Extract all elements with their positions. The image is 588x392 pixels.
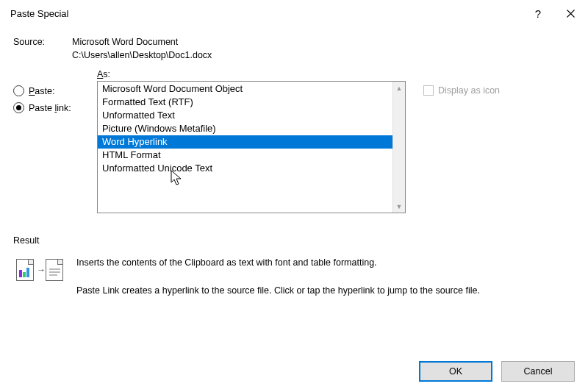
radio-paste[interactable]: Paste: — [13, 85, 87, 96]
close-icon — [567, 10, 575, 18]
list-item[interactable]: Unformatted Text — [98, 109, 392, 122]
list-item[interactable]: Picture (Windows Metafile) — [98, 122, 392, 135]
radio-icon — [13, 85, 24, 96]
ok-button[interactable]: OK — [419, 361, 492, 382]
list-item[interactable]: Formatted Text (RTF) — [98, 96, 392, 109]
scroll-up-icon[interactable]: ▲ — [393, 82, 405, 94]
cancel-button[interactable]: Cancel — [501, 361, 575, 382]
title-bar: Paste Special ? — [0, 0, 588, 26]
source-label: Source: — [13, 37, 72, 47]
format-listbox[interactable]: Microsoft Word Document Object Formatted… — [97, 81, 406, 213]
display-as-icon-checkbox: Display as icon — [423, 85, 500, 96]
radio-paste-link[interactable]: Paste link: — [13, 102, 87, 113]
list-item[interactable]: Unformatted Unicode Text — [98, 162, 392, 175]
checkbox-icon — [423, 85, 434, 96]
source-app: Microsoft Word Document — [72, 37, 178, 47]
dialog-title: Paste Special — [10, 8, 69, 19]
list-item[interactable]: HTML Format — [98, 149, 392, 162]
result-label: Result — [13, 235, 575, 246]
help-button[interactable]: ? — [523, 0, 553, 26]
close-button[interactable] — [553, 0, 588, 26]
result-icon: → — [16, 256, 63, 285]
scroll-down-icon[interactable]: ▼ — [393, 200, 405, 213]
list-item[interactable]: Word Hyperlink — [98, 135, 392, 149]
source-path: C:\Users\allen\Desktop\Doc1.docx — [72, 50, 212, 60]
list-item[interactable]: Microsoft Word Document Object — [98, 82, 392, 96]
listbox-scrollbar[interactable]: ▲ ▼ — [392, 82, 405, 213]
as-label: As: — [97, 69, 406, 79]
radio-icon — [13, 102, 24, 113]
result-description: Inserts the contents of the Clipboard as… — [76, 256, 480, 297]
